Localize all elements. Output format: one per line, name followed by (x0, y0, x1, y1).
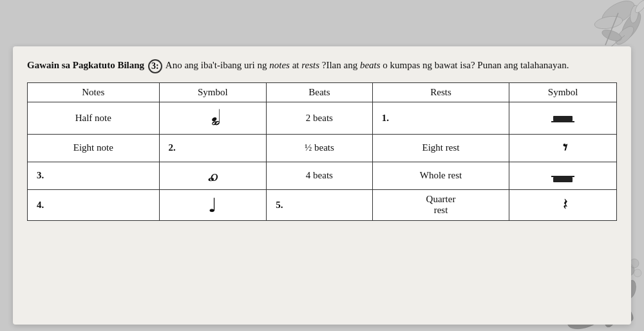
table-row: 4. ♩ 5. Quarterrest 𝄽 (28, 189, 617, 220)
rest-symbol-cell (509, 102, 617, 134)
svg-point-6 (633, 0, 644, 14)
number-circle: 3: (148, 59, 162, 73)
col-notes: Notes (28, 82, 160, 102)
svg-point-0 (598, 0, 638, 30)
rests-cell: Eight rest (372, 134, 509, 162)
rests-cell: Whole rest (372, 162, 509, 189)
notes-cell: 3. (28, 162, 160, 189)
rests-cell: Quarterrest (372, 189, 509, 220)
beats-cell: 4 beats (267, 162, 373, 189)
table-row: 3. 𝅝 o 4 beats Whole rest (28, 162, 617, 189)
main-table: Notes Symbol Beats Rests Symbol Half not… (27, 82, 617, 221)
half-rest-symbol (551, 116, 574, 122)
instruction-text: Gawain sa Pagkatuto Bilang 3: Ano ang ib… (27, 58, 617, 73)
notes-cell: Half note (28, 102, 160, 134)
svg-point-2 (594, 14, 623, 30)
rests-italic: rests (301, 60, 319, 70)
rest-symbol-cell: 𝄾 (509, 134, 617, 162)
beats-italic: beats (360, 60, 381, 70)
instruction-bold-prefix: Gawain sa Pagkatuto Bilang 3: (27, 60, 164, 70)
notes-italic: notes (269, 60, 290, 70)
symbol-cell: 𝅝 o (159, 162, 267, 189)
quarter-note-symbol: ♩ (208, 194, 217, 216)
table-header-row: Notes Symbol Beats Rests Symbol (28, 82, 617, 102)
svg-point-4 (601, 28, 623, 43)
beats-cell: 2 beats (267, 102, 373, 134)
table-row: Half note 𝅗𝅘 𝅗𝅥 2 beats 1. (28, 102, 617, 134)
whole-note-symbol: 𝅝 (207, 166, 208, 185)
main-card: Gawain sa Pagkatuto Bilang 3: Ano ang ib… (13, 46, 631, 325)
table-row: Eight note 2. ½ beats Eight rest 𝄾 (28, 134, 617, 162)
svg-point-3 (613, 24, 637, 48)
col-symbol-1: Symbol (159, 82, 267, 102)
beats-cell: 5. (267, 189, 373, 220)
svg-point-1 (618, 9, 644, 43)
svg-point-5 (629, 5, 640, 24)
symbol-cell: 𝅗𝅘 𝅗𝅥 (159, 102, 267, 134)
svg-point-23 (634, 269, 641, 277)
rest-symbol-cell (509, 162, 617, 189)
symbol-cell: 2. (159, 134, 267, 162)
notes-cell: 4. (28, 189, 160, 220)
rests-cell: 1. (372, 102, 509, 134)
rest-symbol-cell: 𝄽 (509, 189, 617, 220)
svg-line-7 (605, 13, 618, 45)
whole-note-alt: o (211, 167, 218, 184)
col-rests: Rests (372, 82, 509, 102)
symbol-cell: ♩ (159, 189, 267, 220)
notes-cell: Eight note (28, 134, 160, 162)
beats-cell: ½ beats (267, 134, 373, 162)
svg-point-21 (630, 259, 639, 268)
col-symbol-2: Symbol (509, 82, 617, 102)
whole-rest-symbol (551, 176, 574, 182)
col-beats: Beats (267, 82, 373, 102)
